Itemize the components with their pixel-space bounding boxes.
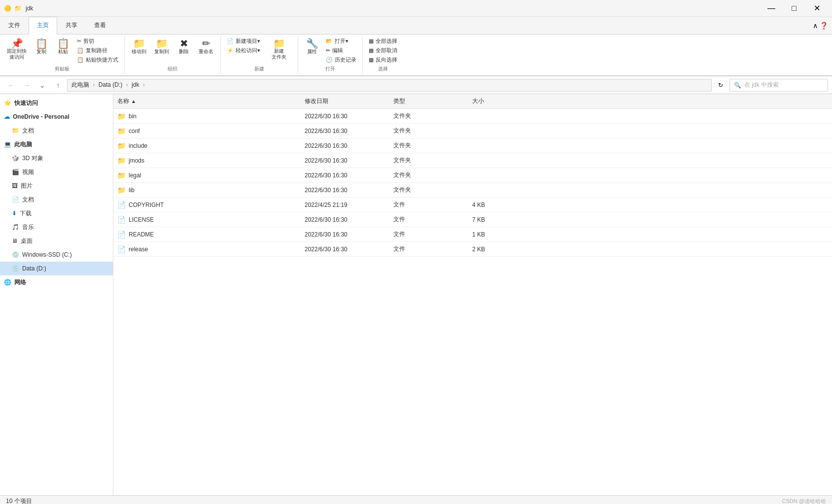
organize-label: 组织: [168, 65, 177, 73]
table-row[interactable]: 📄 COPYRIGHT 2022/4/25 21:19 文件 4 KB: [113, 198, 832, 212]
pin-button[interactable]: 📌 固定到快速访问: [4, 36, 30, 62]
quick-access-icon: ⭐: [4, 100, 11, 106]
file-size-include: [468, 138, 527, 153]
recent-dropdown-button[interactable]: ⌄: [35, 78, 49, 92]
forward-button[interactable]: →: [20, 78, 34, 92]
back-button[interactable]: ←: [4, 78, 18, 92]
sidebar-item-onedrive-docs[interactable]: 📁 文档: [0, 124, 113, 137]
breadcrumb-sep1: ›: [93, 81, 95, 88]
sidebar-item-pictures[interactable]: 🖼 图片: [0, 179, 113, 193]
downloads-icon: ⬇: [12, 210, 17, 217]
sidebar-item-network[interactable]: 🌐 网络: [0, 275, 113, 289]
new-item-button[interactable]: 📄 新建项目▾: [225, 36, 262, 46]
col-header-type[interactable]: 类型: [389, 94, 468, 108]
paste-shortcut-icon: 📋: [77, 57, 84, 63]
copy-to-button[interactable]: 📁 复制到: [151, 36, 172, 57]
network-icon: 🌐: [4, 279, 11, 286]
rename-button[interactable]: ✏ 重命名: [196, 36, 216, 57]
table-row[interactable]: 📁 jmods 2022/6/30 16:30 文件夹: [113, 153, 832, 168]
tab-view[interactable]: 查看: [86, 17, 114, 34]
table-row[interactable]: 📁 lib 2022/6/30 16:30 文件夹: [113, 183, 832, 198]
cut-button[interactable]: ✂ 剪切: [75, 36, 120, 46]
minimize-button[interactable]: —: [760, 0, 783, 17]
ribbon: 文件 主页 共享 查看 ∧ ❓ 📌 固定到快速访问 📋 复制 📋: [0, 17, 832, 76]
search-bar[interactable]: 🔍 在 jdk 中搜索: [729, 79, 828, 92]
table-row[interactable]: 📁 legal 2022/6/30 16:30 文件夹: [113, 168, 832, 183]
file-size-bin: [468, 109, 527, 123]
breadcrumb-thispc[interactable]: 此电脑: [71, 81, 89, 88]
deselect-all-button[interactable]: ▦ 全部取消: [367, 46, 399, 55]
folder-icon: 📁: [117, 127, 126, 135]
copy-to-icon: 📁: [156, 38, 168, 48]
sidebar-item-desktop[interactable]: 🖥 桌面: [0, 234, 113, 248]
open-button[interactable]: 📂 打开▾: [324, 36, 358, 46]
ribbon-collapse-icon[interactable]: ∧: [813, 22, 818, 30]
delete-button[interactable]: ✖ 删除: [174, 36, 194, 57]
refresh-button[interactable]: ↻: [714, 78, 728, 92]
file-date-legal: 2022/6/30 16:30: [301, 168, 389, 182]
history-icon: 🕐: [326, 57, 333, 63]
copy-path-button[interactable]: 📋 复制路径: [75, 46, 120, 55]
title-bar: 🟡 📁 jdk — □ ✕: [0, 0, 832, 17]
sidebar-item-3d-objects[interactable]: 🎲 3D 对象: [0, 151, 113, 165]
history-button[interactable]: 🕐 历史记录: [324, 55, 358, 65]
music-label: 音乐: [22, 223, 34, 232]
edit-button[interactable]: ✏ 编辑: [324, 46, 358, 55]
help-icon[interactable]: ❓: [820, 22, 828, 30]
file-date-conf: 2022/6/30 16:30: [301, 124, 389, 138]
select-all-button[interactable]: ▦ 全部选择: [367, 36, 399, 46]
sidebar-item-documents[interactable]: 📄 文档: [0, 193, 113, 206]
main-layout: ⭐ 快速访问 ☁ OneDrive - Personal 📁 文档 💻 此电脑 …: [0, 94, 832, 495]
sidebar-item-windows-ssd[interactable]: 💿 Windows-SSD (C:): [0, 248, 113, 262]
table-row[interactable]: 📄 README 2022/6/30 16:30 文件 1 KB: [113, 227, 832, 242]
file-name-bin: 📁 bin: [113, 109, 301, 123]
address-bar[interactable]: 此电脑 › Data (D:) › jdk ›: [67, 79, 712, 92]
easy-access-button[interactable]: ⚡ 轻松访问▾: [225, 46, 262, 55]
sidebar-item-data-d[interactable]: 💿 Data (D:): [0, 262, 113, 275]
col-header-name[interactable]: 名称 ▲: [113, 94, 301, 108]
copy-button[interactable]: 📋 复制: [32, 36, 51, 57]
tab-share[interactable]: 共享: [57, 17, 86, 34]
sidebar-item-videos[interactable]: 🎬 视频: [0, 165, 113, 179]
file-type-bin: 文件夹: [389, 109, 468, 123]
file-icon: 📄: [117, 231, 126, 238]
this-pc-icon: 💻: [4, 141, 11, 148]
invert-select-button[interactable]: ▦ 反向选择: [367, 55, 399, 65]
breadcrumb-jdk[interactable]: jdk: [132, 81, 139, 88]
tab-file[interactable]: 文件: [0, 17, 29, 34]
table-row[interactable]: 📁 bin 2022/6/30 16:30 文件夹: [113, 109, 832, 124]
folder-icon-small: 📁: [14, 5, 22, 12]
select-small-buttons: ▦ 全部选择 ▦ 全部取消 ▦ 反向选择: [367, 36, 399, 65]
close-button[interactable]: ✕: [805, 0, 828, 17]
breadcrumb: 此电脑 › Data (D:) › jdk ›: [71, 81, 147, 89]
maximize-button[interactable]: □: [783, 0, 805, 17]
search-placeholder: 在 jdk 中搜索: [744, 81, 779, 89]
file-icon: 📄: [117, 245, 126, 253]
table-row[interactable]: 📁 include 2022/6/30 16:30 文件夹: [113, 138, 832, 153]
col-header-date[interactable]: 修改日期: [301, 94, 389, 108]
move-to-button[interactable]: 📁 移动到: [129, 36, 149, 57]
file-list-container: 名称 ▲ 修改日期 类型 大小 📁 bin 2022/6/30 16:30 文件…: [113, 94, 832, 495]
tab-home[interactable]: 主页: [29, 17, 57, 34]
breadcrumb-datad[interactable]: Data (D:): [99, 81, 123, 88]
new-folder-button[interactable]: 📁 新建文件夹: [264, 36, 294, 62]
table-row[interactable]: 📄 release 2022/6/30 16:30 文件 2 KB: [113, 242, 832, 257]
sidebar-item-downloads[interactable]: ⬇ 下载: [0, 206, 113, 220]
sidebar-item-this-pc[interactable]: 💻 此电脑: [0, 137, 113, 151]
windows-ssd-icon: 💿: [12, 251, 19, 258]
downloads-label: 下载: [20, 209, 32, 218]
deselect-all-icon: ▦: [369, 47, 374, 54]
quick-access-label: 快速访问: [14, 99, 38, 107]
table-row[interactable]: 📁 conf 2022/6/30 16:30 文件夹: [113, 124, 832, 138]
table-row[interactable]: 📄 LICENSE 2022/6/30 16:30 文件 7 KB: [113, 212, 832, 227]
file-type-release: 文件: [389, 242, 468, 256]
group-new: 📄 新建项目▾ ⚡ 轻松访问▾ 📁 新建文件夹 新建: [221, 36, 298, 73]
up-button[interactable]: ↑: [51, 78, 65, 92]
paste-shortcut-button[interactable]: 📋 粘贴快捷方式: [75, 55, 120, 65]
sidebar-item-onedrive[interactable]: ☁ OneDrive - Personal: [0, 110, 113, 124]
col-header-size[interactable]: 大小: [468, 94, 527, 108]
sidebar-item-quick-access[interactable]: ⭐ 快速访问: [0, 96, 113, 110]
sidebar-item-music[interactable]: 🎵 音乐: [0, 220, 113, 234]
properties-button[interactable]: 🔧 属性: [302, 36, 322, 57]
paste-button[interactable]: 📋 粘贴: [53, 36, 73, 57]
